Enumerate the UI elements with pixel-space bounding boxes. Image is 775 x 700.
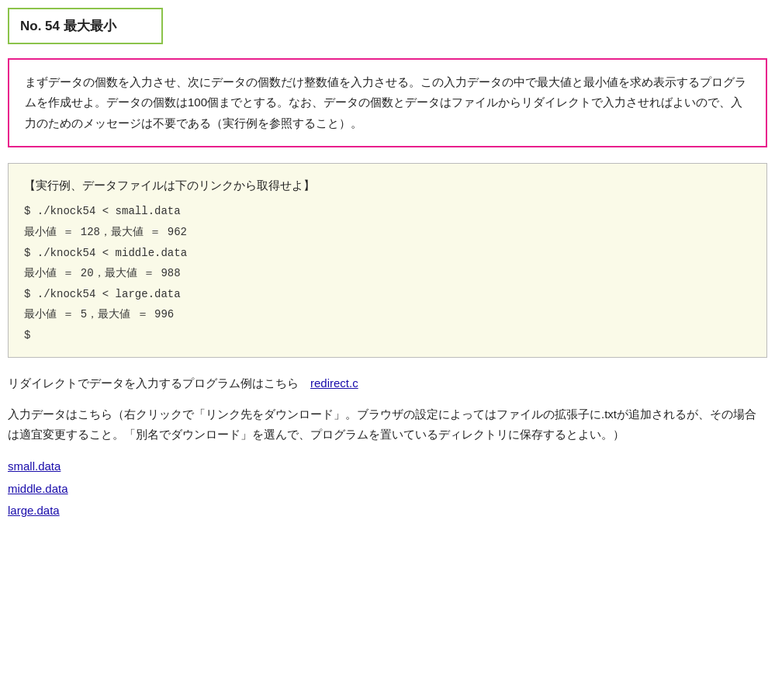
example-line-4: $ ./knock54 < large.data xyxy=(24,284,751,305)
example-line-2: $ ./knock54 < middle.data xyxy=(24,243,751,264)
page-wrapper: No. 54 最大最小 まずデータの個数を入力させ、次にデータの個数だけ整数値を… xyxy=(0,0,775,522)
problem-box: まずデータの個数を入力させ、次にデータの個数だけ整数値を入力させる。この入力デー… xyxy=(8,58,767,147)
example-title: 【実行例、データファイルは下のリンクから取得せよ】 xyxy=(24,175,751,197)
example-line-3: 最小値 ＝ 20，最大値 ＝ 988 xyxy=(24,263,751,284)
example-line-0: $ ./knock54 < small.data xyxy=(24,201,751,222)
redirect-text: リダイレクトでデータを入力するプログラム例はこちら xyxy=(8,376,310,390)
example-line-1: 最小値 ＝ 128，最大値 ＝ 962 xyxy=(24,222,751,243)
problem-text: まずデータの個数を入力させ、次にデータの個数だけ整数値を入力させる。この入力デー… xyxy=(25,75,746,130)
example-line-6: $ xyxy=(24,325,751,346)
large-data-link[interactable]: large.data xyxy=(8,500,767,522)
header-box: No. 54 最大最小 xyxy=(8,8,163,44)
input-data-text: 入力データはこちら（右クリックで「リンク先をダウンロード」。ブラウザの設定によっ… xyxy=(8,407,756,441)
redirect-line: リダイレクトでデータを入力するプログラム例はこちら redirect.c xyxy=(8,373,767,393)
example-line-5: 最小値 ＝ 5，最大値 ＝ 996 xyxy=(24,304,751,325)
example-box: 【実行例、データファイルは下のリンクから取得せよ】 $ ./knock54 < … xyxy=(8,163,767,358)
data-links-section: small.data middle.data large.data xyxy=(8,456,767,522)
input-data-description: 入力データはこちら（右クリックで「リンク先をダウンロード」。ブラウザの設定によっ… xyxy=(8,404,767,445)
redirect-link[interactable]: redirect.c xyxy=(310,376,358,390)
small-data-link[interactable]: small.data xyxy=(8,456,767,478)
page-title: No. 54 最大最小 xyxy=(20,19,116,33)
middle-data-link[interactable]: middle.data xyxy=(8,478,767,501)
